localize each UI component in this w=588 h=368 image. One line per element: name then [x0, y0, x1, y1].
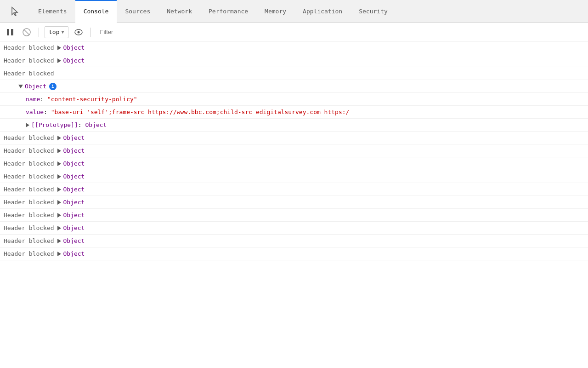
expand-triangle-icon[interactable]: [57, 252, 61, 256]
expand-triangle-icon[interactable]: [57, 239, 61, 243]
property-value: "content-security-policy": [47, 96, 137, 103]
expand-triangle-icon[interactable]: [57, 213, 61, 218]
svg-point-6: [77, 31, 79, 33]
prototype-row: [[Prototype]] : Object: [0, 119, 588, 132]
object-label: Object: [63, 186, 85, 193]
row-text: Header blocked: [4, 44, 57, 51]
svg-rect-2: [11, 29, 13, 35]
object-label: Object: [63, 57, 85, 64]
property-key: name: [26, 96, 40, 103]
object-property-row: value : "base-uri 'self';frame-src https…: [0, 106, 588, 119]
row-text: Header blocked: [4, 147, 57, 154]
expand-triangle-icon[interactable]: [57, 136, 61, 140]
expand-triangle-icon[interactable]: [26, 123, 29, 127]
tab-sources[interactable]: Sources: [117, 0, 158, 23]
console-row: Header blocked Object: [0, 144, 588, 157]
svg-line-4: [24, 29, 29, 35]
toolbar-divider-1: [39, 28, 39, 37]
colon-separator: :: [78, 121, 85, 128]
row-text: Header blocked: [4, 134, 57, 141]
row-text: Header blocked: [4, 237, 57, 244]
colon-separator: :: [44, 109, 51, 115]
object-label: Object: [63, 212, 85, 218]
row-text: Header blocked: [4, 57, 57, 64]
play-icon: [6, 29, 14, 36]
expand-triangle-icon[interactable]: [57, 200, 61, 205]
expand-triangle-icon[interactable]: [57, 174, 61, 179]
tab-network[interactable]: Network: [158, 0, 200, 23]
row-text: Header blocked: [4, 199, 57, 206]
console-row: Header blocked Object: [0, 247, 588, 260]
property-value: "base-uri 'self';frame-src https://www.b…: [51, 109, 350, 115]
object-label: Object: [63, 224, 85, 231]
object-label: Object: [63, 44, 85, 51]
stop-icon: [23, 28, 31, 36]
console-row: Header blocked Object: [0, 157, 588, 170]
row-text: Header blocked: [4, 173, 57, 180]
console-output: Header blocked Object Header blocked Obj…: [0, 41, 588, 368]
colon-separator: :: [40, 96, 47, 103]
tab-memory[interactable]: Memory: [256, 0, 294, 23]
filter-input[interactable]: [96, 26, 584, 38]
row-text: Header blocked: [4, 212, 57, 218]
object-label: Object: [63, 237, 85, 244]
expand-triangle-icon[interactable]: [57, 149, 61, 153]
context-label: top: [49, 29, 59, 35]
prototype-label: [[Prototype]]: [31, 121, 78, 128]
chevron-down-icon: ▼: [61, 29, 64, 34]
console-row: Header blocked Object: [0, 170, 588, 183]
console-row: Header blocked Object: [0, 209, 588, 222]
object-label: Object: [63, 199, 85, 206]
row-text: Header blocked: [4, 224, 57, 231]
toolbar-divider-2: [90, 28, 91, 37]
console-row: Header blocked Object: [0, 41, 588, 54]
object-property-row: name : "content-security-policy": [0, 93, 588, 106]
row-text: Header blocked: [4, 160, 57, 167]
row-text: Header blocked: [4, 250, 57, 257]
tab-application[interactable]: Application: [294, 0, 351, 23]
info-badge: i: [49, 83, 57, 90]
console-row: Header blocked: [0, 67, 588, 80]
console-row: Header blocked Object: [0, 235, 588, 247]
eye-button[interactable]: [72, 26, 85, 39]
expand-triangle-icon[interactable]: [57, 58, 61, 63]
row-text: Header blocked: [4, 70, 54, 77]
object-label: Object: [25, 83, 46, 90]
context-dropdown[interactable]: top ▼: [45, 26, 68, 38]
object-label: Object: [63, 173, 85, 180]
tab-performance[interactable]: Performance: [200, 0, 256, 23]
property-key: value: [26, 109, 44, 115]
cursor-svg: [10, 6, 20, 17]
collapse-triangle-icon[interactable]: [18, 85, 23, 88]
console-row: Header blocked Object: [0, 54, 588, 67]
tab-elements[interactable]: Elements: [30, 0, 75, 23]
object-label: Object: [63, 134, 85, 141]
console-toolbar: top ▼: [0, 23, 588, 41]
console-row: Header blocked Object: [0, 222, 588, 235]
svg-rect-1: [7, 29, 9, 35]
expand-triangle-icon[interactable]: [57, 46, 61, 50]
play-button[interactable]: [4, 26, 17, 39]
console-row: Header blocked Object: [0, 132, 588, 144]
tab-console[interactable]: Console: [75, 0, 117, 23]
row-text: Header blocked: [4, 186, 57, 193]
tab-security[interactable]: Security: [351, 0, 396, 23]
tab-bar: Elements Console Sources Network Perform…: [0, 0, 588, 23]
expand-triangle-icon[interactable]: [57, 161, 61, 166]
expand-triangle-icon[interactable]: [57, 226, 61, 230]
object-label: Object: [63, 147, 85, 154]
devtools-cursor-icon[interactable]: [0, 0, 30, 23]
prototype-value: Object: [85, 121, 107, 128]
console-row: Header blocked Object: [0, 196, 588, 209]
svg-marker-0: [12, 7, 17, 16]
console-row: Header blocked Object: [0, 183, 588, 196]
stop-button[interactable]: [20, 26, 33, 39]
eye-icon: [74, 29, 83, 35]
object-label: Object: [63, 160, 85, 167]
expand-triangle-icon[interactable]: [57, 187, 61, 192]
object-label: Object: [63, 250, 85, 257]
object-expanded-row: Object i: [0, 80, 588, 93]
